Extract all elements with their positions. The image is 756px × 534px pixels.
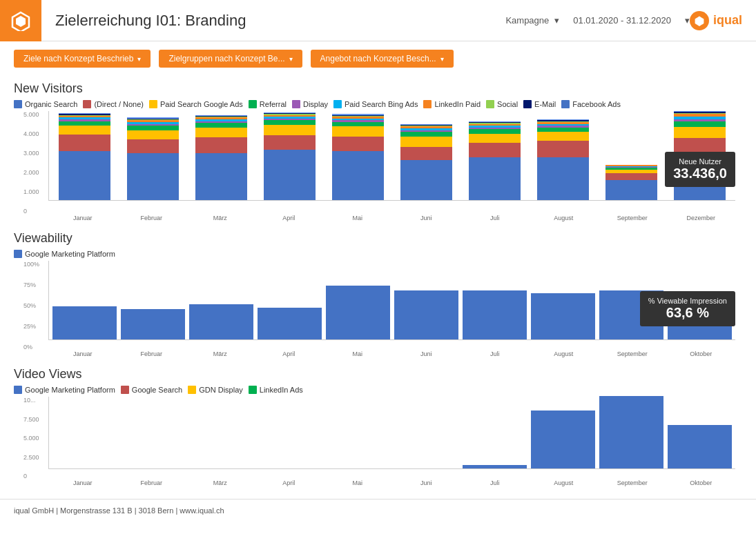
btn-ziele[interactable]: Ziele nach Konzept Beschrieb ▾ xyxy=(14,50,151,68)
viewability-chart-wrapper: 100%75%50%25%0% % Viewable Impression 63… xyxy=(48,261,735,350)
x-label: März xyxy=(186,479,255,486)
logo-icon xyxy=(10,10,31,31)
video-views-y-ticks: 10...7.5005.0002.5000 xyxy=(23,397,39,479)
y-tick: 5.000 xyxy=(23,435,39,442)
legend-label: Google Marketing Platform xyxy=(25,386,115,394)
legend-item: LinkedIn Ads xyxy=(249,386,303,394)
main-content: New Visitors Organic Search(Direct / Non… xyxy=(0,81,756,493)
tooltip-label: Neue Nutzer xyxy=(679,157,721,166)
footer-text: iqual GmbH | Morgenstrasse 131 B | 3018 … xyxy=(14,506,224,515)
video-bar xyxy=(463,465,527,468)
legend-label: Facebook Ads xyxy=(572,100,621,108)
legend-item: Google Search xyxy=(121,386,182,394)
x-label: Januar xyxy=(48,479,117,486)
bar-segment xyxy=(332,151,383,201)
viewability-bar xyxy=(121,309,185,339)
video-views-legend: Google Marketing PlatformGoogle SearchGD… xyxy=(14,386,742,394)
y-tick: 5.000 xyxy=(23,111,39,118)
bar-segment xyxy=(332,126,383,136)
bar-segment xyxy=(469,143,520,157)
legend-dot xyxy=(423,100,432,108)
legend-dot xyxy=(83,100,91,108)
new-visitors-x-labels: JanuarFebruarMärzAprilMaiJuniJuliAugustS… xyxy=(48,215,735,221)
bar-group xyxy=(392,111,461,200)
legend-item: Social xyxy=(486,100,518,108)
dropdown-arrow: ▾ xyxy=(554,15,559,26)
x-label: Juli xyxy=(461,479,530,486)
legend-label: Display xyxy=(303,100,328,108)
new-visitors-section: New Visitors Organic Search(Direct / Non… xyxy=(14,81,742,221)
btn-zielgruppen[interactable]: Zielgruppen nach Konzept Be... ▾ xyxy=(159,50,302,68)
legend-item: Paid Search Google Ads xyxy=(149,100,243,108)
y-tick: 0 xyxy=(23,473,39,479)
legend-dot xyxy=(188,386,196,394)
viewability-bar xyxy=(52,306,117,339)
bar-group xyxy=(255,111,324,200)
bar-segment xyxy=(127,139,178,154)
legend-dot-gmp xyxy=(14,250,22,258)
x-label: Oktober xyxy=(667,479,736,486)
legend-dot xyxy=(14,386,22,394)
bar-group xyxy=(324,111,392,200)
legend-item: (Direct / None) xyxy=(83,100,144,108)
viewability-legend: Google Marketing Platform xyxy=(14,250,742,258)
video-views-bars xyxy=(48,397,735,469)
bar-segment xyxy=(195,128,246,137)
v-tooltip-value: 63,6 % xyxy=(648,305,727,321)
y-tick: 2.000 xyxy=(23,169,39,176)
x-label: Juni xyxy=(392,479,461,486)
bar-segment xyxy=(469,134,520,143)
legend-label: Paid Search Bing Ads xyxy=(345,100,418,108)
x-label: September xyxy=(598,350,667,357)
svg-marker-1 xyxy=(16,16,26,27)
legend-label: LinkedIn Ads xyxy=(260,386,303,394)
legend-item-gmp: Google Marketing Platform xyxy=(14,250,115,258)
x-label: Juli xyxy=(461,350,530,357)
x-label: Mai xyxy=(323,215,392,221)
video-bar xyxy=(668,425,732,468)
x-label: Juni xyxy=(392,350,461,357)
btn-ziele-label: Ziele nach Konzept Beschrieb xyxy=(23,54,133,63)
x-label: August xyxy=(530,350,599,357)
header-center: Kampagne ▾ 01.01.2020 - 31.12.2020 ▾ xyxy=(505,15,690,26)
logo-box xyxy=(0,0,41,41)
bar-segment xyxy=(469,157,520,200)
viewability-y-ticks: 100%75%50%25%0% xyxy=(23,261,39,350)
x-label: Mai xyxy=(323,350,392,357)
header: Zielerreichung I01: Branding Kampagne ▾ … xyxy=(0,0,756,41)
bar-segment xyxy=(127,153,178,200)
video-views-x-labels: JanuarFebruarMärzAprilMaiJuniJuliAugustS… xyxy=(48,479,735,486)
btn-zielgruppen-arrow: ▾ xyxy=(289,55,293,63)
legend-dot xyxy=(149,100,157,108)
bar-group xyxy=(50,111,119,200)
x-label: März xyxy=(186,350,255,357)
bar-segment xyxy=(537,157,588,200)
video-views-section: Video Views Google Marketing PlatformGoo… xyxy=(14,367,742,486)
x-label: September xyxy=(598,479,667,486)
legend-label-gmp: Google Marketing Platform xyxy=(25,250,115,258)
legend-dot xyxy=(249,386,257,394)
legend-dot xyxy=(561,100,570,108)
legend-item: Organic Search xyxy=(14,100,77,108)
x-label: Dezember xyxy=(667,215,736,221)
viewability-bar xyxy=(531,293,595,339)
btn-ziele-arrow: ▾ xyxy=(137,55,141,63)
bar-segment xyxy=(400,160,452,201)
x-label: Mai xyxy=(323,479,392,486)
y-tick: 75% xyxy=(23,281,39,288)
x-label: März xyxy=(186,215,255,221)
campaign-label: Kampagne xyxy=(505,15,549,26)
x-label: Juni xyxy=(392,215,461,221)
date-range: 01.01.2020 - 31.12.2020 xyxy=(573,15,671,26)
btn-angebot[interactable]: Angebot nach Konzept Besch... ▾ xyxy=(311,50,454,68)
bar-segment xyxy=(195,137,246,153)
y-tick: 25% xyxy=(23,323,39,330)
legend-item: Paid Search Bing Ads xyxy=(333,100,418,108)
legend-item: Facebook Ads xyxy=(561,100,621,108)
bar-segment xyxy=(59,126,110,135)
bar-segment xyxy=(264,150,315,200)
x-label: Januar xyxy=(48,215,117,221)
new-visitors-tooltip: Neue Nutzer 33.436,0 xyxy=(665,152,735,187)
legend-label: LinkedIn Paid xyxy=(434,100,481,108)
legend-dot xyxy=(292,100,300,108)
